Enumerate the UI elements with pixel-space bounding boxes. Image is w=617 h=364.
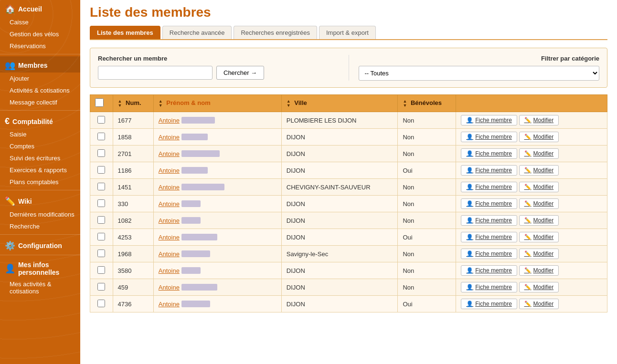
- sidebar-item-message-collectif[interactable]: Message collectif: [0, 96, 80, 108]
- sidebar-section-configuration-label: Configuration: [18, 242, 62, 250]
- sidebar-section-membres[interactable]: 👥 Membres: [0, 56, 80, 73]
- fiche-membre-button[interactable]: 👤 Fiche membre: [461, 115, 517, 125]
- member-name-link[interactable]: Antoine: [159, 217, 180, 224]
- fiche-membre-button[interactable]: 👤 Fiche membre: [461, 282, 517, 292]
- fiche-membre-button[interactable]: 👤 Fiche membre: [461, 232, 517, 242]
- row-checkbox[interactable]: [97, 133, 105, 140]
- row-checkbox[interactable]: [97, 216, 105, 224]
- cell-actions: 👤 Fiche membre ✏️ Modifier: [456, 279, 607, 296]
- person-fiche-icon: 👤: [466, 301, 473, 307]
- cell-benevoles: Oui: [398, 296, 456, 312]
- sidebar-section-mes-infos[interactable]: 👤 Mes infos personnelles: [0, 257, 80, 278]
- member-name-link[interactable]: Antoine: [159, 284, 180, 291]
- row-checkbox[interactable]: [97, 166, 105, 174]
- tab-import-export[interactable]: Import & export: [319, 26, 376, 39]
- sidebar-item-exercices-rapports[interactable]: Exercices & rapports: [0, 164, 80, 176]
- member-name-link[interactable]: Antoine: [159, 234, 180, 241]
- person-fiche-icon: 👤: [466, 217, 473, 224]
- members-table: ▲▼ Num. ▲▼ Prénom & nom ▲▼ Ville ▲▼ Béné…: [90, 94, 607, 312]
- sidebar-item-dernieres-modifications[interactable]: Dernières modifications: [0, 208, 80, 220]
- sort-arrows-benevoles: ▲▼: [403, 99, 407, 108]
- sidebar-section-wiki[interactable]: ✏️ Wiki: [0, 192, 80, 208]
- blurred-surname: ████████: [181, 234, 217, 240]
- cell-benevoles: Non: [398, 279, 456, 296]
- sidebar-item-recherche[interactable]: Recherche: [0, 220, 80, 232]
- row-checkbox[interactable]: [97, 283, 105, 291]
- person-fiche-icon: 👤: [466, 284, 473, 291]
- sidebar-item-plans-comptables[interactable]: Plans comptables: [0, 176, 80, 188]
- member-name-link[interactable]: Antoine: [159, 200, 180, 208]
- modifier-button[interactable]: ✏️ Modifier: [519, 265, 559, 276]
- tab-recherches-enregistrees[interactable]: Recherches enregistrées: [234, 26, 317, 39]
- member-name-link[interactable]: Antoine: [159, 184, 180, 191]
- member-name-link[interactable]: Antoine: [159, 150, 180, 157]
- cell-num: 3580: [113, 262, 153, 279]
- sidebar-item-suivi-ecritures[interactable]: Suivi des écritures: [0, 152, 80, 164]
- blurred-surname: ██████: [181, 134, 208, 140]
- sidebar-item-gestion-velos[interactable]: Gestion des vélos: [0, 28, 80, 40]
- member-name-link[interactable]: Antoine: [159, 134, 180, 141]
- member-name-link[interactable]: Antoine: [159, 301, 180, 308]
- filter-area: Filtrer par catégorie -- Toutes: [359, 55, 600, 81]
- sidebar-item-activites-cotisations[interactable]: Activités & cotisations: [0, 84, 80, 96]
- sidebar-section-comptabilite[interactable]: € Comptabilité: [0, 113, 80, 128]
- category-filter[interactable]: -- Toutes: [359, 66, 600, 81]
- blurred-surname: ████: [181, 217, 201, 224]
- member-name-link[interactable]: Antoine: [159, 117, 180, 124]
- tab-recherche-avancee[interactable]: Recherche avancée: [162, 26, 232, 39]
- fiche-membre-button[interactable]: 👤 Fiche membre: [461, 132, 517, 142]
- sidebar-item-comptes[interactable]: Comptes: [0, 140, 80, 152]
- fiche-membre-button[interactable]: 👤 Fiche membre: [461, 299, 517, 309]
- tab-liste-membres[interactable]: Liste des membres: [90, 26, 160, 39]
- header-nom[interactable]: ▲▼ Prénom & nom: [153, 95, 281, 112]
- modifier-button[interactable]: ✏️ Modifier: [519, 249, 559, 259]
- modifier-button[interactable]: ✏️ Modifier: [519, 299, 559, 309]
- header-num[interactable]: ▲▼ Num.: [113, 95, 153, 112]
- cell-nom: Antoine████: [153, 212, 281, 229]
- fiche-membre-button[interactable]: 👤 Fiche membre: [461, 148, 517, 159]
- sidebar-item-caisse[interactable]: Caisse: [0, 16, 80, 28]
- modifier-button[interactable]: ✏️ Modifier: [519, 282, 559, 292]
- sidebar-item-saisie[interactable]: Saisie: [0, 128, 80, 140]
- fiche-membre-button[interactable]: 👤 Fiche membre: [461, 198, 517, 209]
- search-input[interactable]: [98, 66, 213, 80]
- cell-ville: DIJON: [281, 129, 398, 146]
- modifier-button[interactable]: ✏️ Modifier: [519, 148, 559, 159]
- row-checkbox[interactable]: [97, 199, 105, 207]
- fiche-membre-button[interactable]: 👤 Fiche membre: [461, 215, 517, 226]
- sidebar-item-ajouter[interactable]: Ajouter: [0, 73, 80, 84]
- cell-ville: DIJON: [281, 196, 398, 212]
- member-name-link[interactable]: Antoine: [159, 167, 180, 174]
- member-name-link[interactable]: Antoine: [159, 267, 180, 274]
- modifier-button[interactable]: ✏️ Modifier: [519, 198, 559, 209]
- row-checkbox[interactable]: [97, 183, 105, 190]
- member-name-link[interactable]: Antoine: [159, 250, 180, 258]
- fiche-membre-button[interactable]: 👤 Fiche membre: [461, 182, 517, 192]
- fiche-membre-button[interactable]: 👤 Fiche membre: [461, 265, 517, 276]
- fiche-membre-button[interactable]: 👤 Fiche membre: [461, 165, 517, 176]
- header-benevoles[interactable]: ▲▼ Bénévoles: [398, 95, 456, 112]
- modifier-button[interactable]: ✏️ Modifier: [519, 165, 559, 176]
- modifier-button[interactable]: ✏️ Modifier: [519, 132, 559, 142]
- select-all-checkbox[interactable]: [95, 98, 104, 107]
- fiche-membre-button[interactable]: 👤 Fiche membre: [461, 249, 517, 259]
- row-checkbox[interactable]: [97, 149, 105, 157]
- row-checkbox[interactable]: [97, 250, 105, 257]
- cell-actions: 👤 Fiche membre ✏️ Modifier: [456, 129, 607, 146]
- sidebar-item-reservations[interactable]: Réservations: [0, 40, 80, 52]
- sidebar-section-accueil[interactable]: 🏠 Accueil: [0, 0, 80, 16]
- sidebar-item-mes-activites[interactable]: Mes activités & cotisations: [0, 278, 80, 297]
- modifier-button[interactable]: ✏️ Modifier: [519, 115, 559, 125]
- sidebar-section-configuration[interactable]: ⚙️ Configuration: [0, 237, 80, 253]
- row-checkbox[interactable]: [97, 116, 105, 124]
- divider-5: [0, 255, 80, 255]
- modifier-button[interactable]: ✏️ Modifier: [519, 215, 559, 226]
- cell-actions: 👤 Fiche membre ✏️ Modifier: [456, 212, 607, 229]
- row-checkbox[interactable]: [97, 266, 105, 274]
- modifier-button[interactable]: ✏️ Modifier: [519, 182, 559, 192]
- modifier-button[interactable]: ✏️ Modifier: [519, 232, 559, 242]
- row-checkbox[interactable]: [97, 233, 105, 240]
- header-ville[interactable]: ▲▼ Ville: [281, 95, 398, 112]
- search-button[interactable]: Chercher →: [216, 66, 264, 80]
- row-checkbox[interactable]: [97, 300, 105, 307]
